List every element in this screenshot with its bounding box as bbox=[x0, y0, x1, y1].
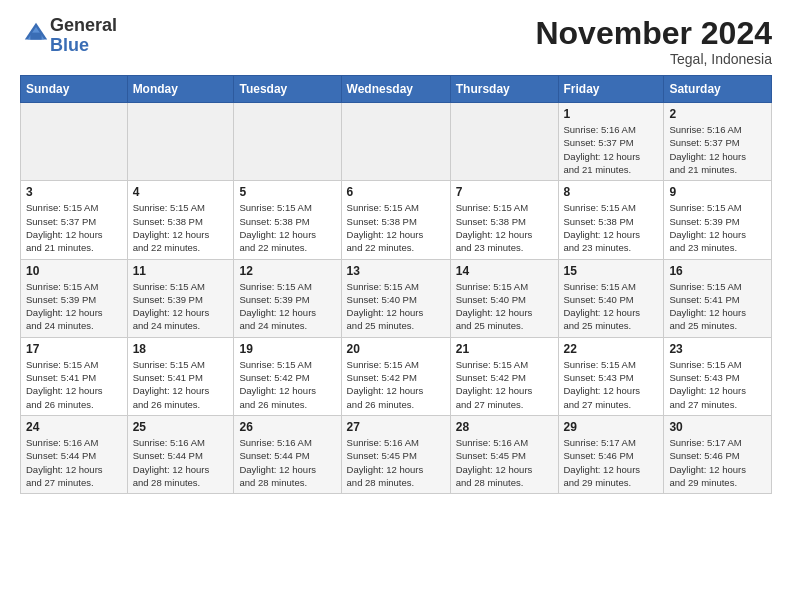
day-number: 29 bbox=[564, 420, 659, 434]
calendar-cell bbox=[127, 103, 234, 181]
day-info: Sunrise: 5:15 AM Sunset: 5:40 PM Dayligh… bbox=[347, 280, 445, 333]
day-info: Sunrise: 5:15 AM Sunset: 5:41 PM Dayligh… bbox=[26, 358, 122, 411]
calendar-cell: 30Sunrise: 5:17 AM Sunset: 5:46 PM Dayli… bbox=[664, 415, 772, 493]
weekday-header-sunday: Sunday bbox=[21, 76, 128, 103]
day-info: Sunrise: 5:15 AM Sunset: 5:40 PM Dayligh… bbox=[564, 280, 659, 333]
calendar-cell: 14Sunrise: 5:15 AM Sunset: 5:40 PM Dayli… bbox=[450, 259, 558, 337]
day-info: Sunrise: 5:15 AM Sunset: 5:42 PM Dayligh… bbox=[239, 358, 335, 411]
calendar-cell: 13Sunrise: 5:15 AM Sunset: 5:40 PM Dayli… bbox=[341, 259, 450, 337]
day-number: 22 bbox=[564, 342, 659, 356]
day-info: Sunrise: 5:16 AM Sunset: 5:37 PM Dayligh… bbox=[564, 123, 659, 176]
day-info: Sunrise: 5:15 AM Sunset: 5:41 PM Dayligh… bbox=[669, 280, 766, 333]
calendar-cell: 25Sunrise: 5:16 AM Sunset: 5:44 PM Dayli… bbox=[127, 415, 234, 493]
day-info: Sunrise: 5:15 AM Sunset: 5:39 PM Dayligh… bbox=[26, 280, 122, 333]
day-info: Sunrise: 5:15 AM Sunset: 5:42 PM Dayligh… bbox=[456, 358, 553, 411]
day-info: Sunrise: 5:16 AM Sunset: 5:44 PM Dayligh… bbox=[133, 436, 229, 489]
calendar-cell: 18Sunrise: 5:15 AM Sunset: 5:41 PM Dayli… bbox=[127, 337, 234, 415]
calendar-cell: 2Sunrise: 5:16 AM Sunset: 5:37 PM Daylig… bbox=[664, 103, 772, 181]
day-info: Sunrise: 5:15 AM Sunset: 5:39 PM Dayligh… bbox=[669, 201, 766, 254]
week-row-1: 1Sunrise: 5:16 AM Sunset: 5:37 PM Daylig… bbox=[21, 103, 772, 181]
calendar-cell: 22Sunrise: 5:15 AM Sunset: 5:43 PM Dayli… bbox=[558, 337, 664, 415]
calendar-cell bbox=[21, 103, 128, 181]
day-info: Sunrise: 5:17 AM Sunset: 5:46 PM Dayligh… bbox=[564, 436, 659, 489]
title-block: November 2024 Tegal, Indonesia bbox=[535, 16, 772, 67]
day-number: 17 bbox=[26, 342, 122, 356]
day-number: 19 bbox=[239, 342, 335, 356]
weekday-header-monday: Monday bbox=[127, 76, 234, 103]
day-info: Sunrise: 5:15 AM Sunset: 5:39 PM Dayligh… bbox=[239, 280, 335, 333]
calendar-cell: 5Sunrise: 5:15 AM Sunset: 5:38 PM Daylig… bbox=[234, 181, 341, 259]
week-row-5: 24Sunrise: 5:16 AM Sunset: 5:44 PM Dayli… bbox=[21, 415, 772, 493]
calendar-cell: 3Sunrise: 5:15 AM Sunset: 5:37 PM Daylig… bbox=[21, 181, 128, 259]
day-info: Sunrise: 5:16 AM Sunset: 5:44 PM Dayligh… bbox=[26, 436, 122, 489]
day-info: Sunrise: 5:16 AM Sunset: 5:45 PM Dayligh… bbox=[347, 436, 445, 489]
day-number: 16 bbox=[669, 264, 766, 278]
day-info: Sunrise: 5:15 AM Sunset: 5:38 PM Dayligh… bbox=[456, 201, 553, 254]
logo-blue-text: Blue bbox=[50, 35, 89, 55]
month-year: November 2024 bbox=[535, 16, 772, 51]
day-number: 14 bbox=[456, 264, 553, 278]
svg-rect-2 bbox=[30, 32, 41, 39]
day-number: 28 bbox=[456, 420, 553, 434]
week-row-4: 17Sunrise: 5:15 AM Sunset: 5:41 PM Dayli… bbox=[21, 337, 772, 415]
day-info: Sunrise: 5:16 AM Sunset: 5:44 PM Dayligh… bbox=[239, 436, 335, 489]
day-number: 5 bbox=[239, 185, 335, 199]
calendar-cell: 27Sunrise: 5:16 AM Sunset: 5:45 PM Dayli… bbox=[341, 415, 450, 493]
day-number: 4 bbox=[133, 185, 229, 199]
day-number: 3 bbox=[26, 185, 122, 199]
calendar-cell bbox=[450, 103, 558, 181]
day-number: 10 bbox=[26, 264, 122, 278]
day-info: Sunrise: 5:15 AM Sunset: 5:38 PM Dayligh… bbox=[133, 201, 229, 254]
page: General Blue November 2024 Tegal, Indone… bbox=[0, 0, 792, 510]
calendar-cell: 11Sunrise: 5:15 AM Sunset: 5:39 PM Dayli… bbox=[127, 259, 234, 337]
day-info: Sunrise: 5:15 AM Sunset: 5:38 PM Dayligh… bbox=[347, 201, 445, 254]
weekday-header-wednesday: Wednesday bbox=[341, 76, 450, 103]
logo-icon bbox=[22, 20, 50, 48]
week-row-2: 3Sunrise: 5:15 AM Sunset: 5:37 PM Daylig… bbox=[21, 181, 772, 259]
day-info: Sunrise: 5:15 AM Sunset: 5:38 PM Dayligh… bbox=[239, 201, 335, 254]
day-info: Sunrise: 5:15 AM Sunset: 5:41 PM Dayligh… bbox=[133, 358, 229, 411]
weekday-header-friday: Friday bbox=[558, 76, 664, 103]
day-number: 26 bbox=[239, 420, 335, 434]
calendar-cell: 9Sunrise: 5:15 AM Sunset: 5:39 PM Daylig… bbox=[664, 181, 772, 259]
day-number: 30 bbox=[669, 420, 766, 434]
calendar-cell bbox=[234, 103, 341, 181]
day-info: Sunrise: 5:15 AM Sunset: 5:38 PM Dayligh… bbox=[564, 201, 659, 254]
week-row-3: 10Sunrise: 5:15 AM Sunset: 5:39 PM Dayli… bbox=[21, 259, 772, 337]
weekday-header-saturday: Saturday bbox=[664, 76, 772, 103]
calendar-cell: 21Sunrise: 5:15 AM Sunset: 5:42 PM Dayli… bbox=[450, 337, 558, 415]
calendar-cell: 16Sunrise: 5:15 AM Sunset: 5:41 PM Dayli… bbox=[664, 259, 772, 337]
weekday-header-row: SundayMondayTuesdayWednesdayThursdayFrid… bbox=[21, 76, 772, 103]
day-number: 6 bbox=[347, 185, 445, 199]
calendar-cell: 8Sunrise: 5:15 AM Sunset: 5:38 PM Daylig… bbox=[558, 181, 664, 259]
calendar-cell: 23Sunrise: 5:15 AM Sunset: 5:43 PM Dayli… bbox=[664, 337, 772, 415]
day-number: 8 bbox=[564, 185, 659, 199]
day-number: 27 bbox=[347, 420, 445, 434]
day-number: 12 bbox=[239, 264, 335, 278]
day-info: Sunrise: 5:17 AM Sunset: 5:46 PM Dayligh… bbox=[669, 436, 766, 489]
day-info: Sunrise: 5:15 AM Sunset: 5:43 PM Dayligh… bbox=[564, 358, 659, 411]
day-info: Sunrise: 5:16 AM Sunset: 5:37 PM Dayligh… bbox=[669, 123, 766, 176]
day-info: Sunrise: 5:16 AM Sunset: 5:45 PM Dayligh… bbox=[456, 436, 553, 489]
calendar-cell: 20Sunrise: 5:15 AM Sunset: 5:42 PM Dayli… bbox=[341, 337, 450, 415]
day-number: 20 bbox=[347, 342, 445, 356]
day-number: 24 bbox=[26, 420, 122, 434]
day-info: Sunrise: 5:15 AM Sunset: 5:37 PM Dayligh… bbox=[26, 201, 122, 254]
location: Tegal, Indonesia bbox=[535, 51, 772, 67]
calendar-cell: 28Sunrise: 5:16 AM Sunset: 5:45 PM Dayli… bbox=[450, 415, 558, 493]
calendar-cell: 1Sunrise: 5:16 AM Sunset: 5:37 PM Daylig… bbox=[558, 103, 664, 181]
day-info: Sunrise: 5:15 AM Sunset: 5:40 PM Dayligh… bbox=[456, 280, 553, 333]
calendar-cell bbox=[341, 103, 450, 181]
day-number: 23 bbox=[669, 342, 766, 356]
calendar-cell: 6Sunrise: 5:15 AM Sunset: 5:38 PM Daylig… bbox=[341, 181, 450, 259]
day-number: 1 bbox=[564, 107, 659, 121]
calendar-table: SundayMondayTuesdayWednesdayThursdayFrid… bbox=[20, 75, 772, 494]
logo: General Blue bbox=[20, 16, 117, 56]
day-number: 2 bbox=[669, 107, 766, 121]
day-number: 25 bbox=[133, 420, 229, 434]
day-info: Sunrise: 5:15 AM Sunset: 5:43 PM Dayligh… bbox=[669, 358, 766, 411]
calendar-cell: 26Sunrise: 5:16 AM Sunset: 5:44 PM Dayli… bbox=[234, 415, 341, 493]
weekday-header-tuesday: Tuesday bbox=[234, 76, 341, 103]
day-number: 9 bbox=[669, 185, 766, 199]
calendar-cell: 10Sunrise: 5:15 AM Sunset: 5:39 PM Dayli… bbox=[21, 259, 128, 337]
